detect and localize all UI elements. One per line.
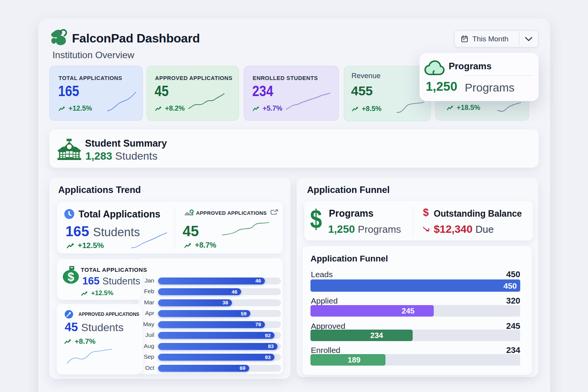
svg-text:$: $ <box>67 270 74 284</box>
